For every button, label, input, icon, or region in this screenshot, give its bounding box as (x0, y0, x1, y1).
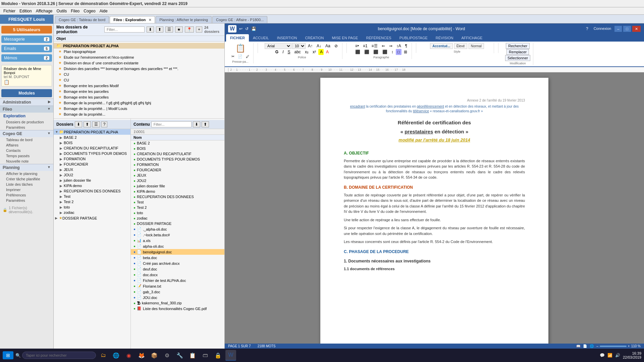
file-item-16[interactable]: ●📄._alpha-oli.doc (131, 226, 224, 232)
map-btn[interactable]: 📍 (185, 26, 194, 33)
tab-fileo-close[interactable]: ✕ (149, 18, 151, 22)
up-arrow-btn[interactable]: ⬆ (156, 26, 163, 33)
couper-btn[interactable]: ✂ (230, 54, 236, 59)
file-item-27[interactable]: ●📄gab_3.doc (131, 289, 224, 295)
prod-item-7[interactable]: ★Bornage entre les parcelles Modif (54, 83, 224, 88)
file-item-15[interactable]: ●DOSSIER PARTAGE (131, 221, 224, 226)
tree-item-10[interactable]: ▶KIPA demo (54, 183, 130, 188)
word-save-btn[interactable]: 💾 (251, 26, 256, 31)
prod-item-3[interactable]: ★Division en deux d' une construction ex… (54, 60, 224, 66)
tree-item-3[interactable]: ▶CREATION DU RECAPITULATIF (54, 145, 130, 151)
subscript-btn[interactable]: x₂ (303, 49, 310, 55)
taskbar-icon-4[interactable]: 📋 (187, 350, 198, 361)
word-maximize-btn[interactable]: □ (623, 26, 631, 32)
sidebar-item-imprimer[interactable]: Imprimer (0, 187, 53, 192)
style-eleve-btn[interactable]: Élevé (454, 43, 467, 49)
start-button[interactable]: ⊞ (3, 351, 13, 359)
tree-item-8[interactable]: ▶JOU2 (54, 172, 130, 178)
ribbon-tab-revision[interactable]: RÉVISION (432, 34, 458, 42)
line-spacing-btn[interactable]: ↕ (390, 49, 395, 55)
file-item-8[interactable]: ●julien dossier fille (131, 183, 224, 189)
style-accentue-btn[interactable]: Accentué... (430, 43, 452, 49)
ribbon-tab-mise-en-page[interactable]: MISE EN PAGE (328, 34, 362, 42)
prod-item-2[interactable]: ★Etude sur l'environnement et l'éco-syst… (54, 54, 224, 60)
sidebar-item-dossiers[interactable]: Dossiers de production (0, 119, 53, 125)
prod-item-9[interactable]: ★Bornage entre les parcelles (54, 94, 224, 100)
sidebar-item-affaires[interactable]: Affaires (0, 142, 53, 148)
tree-item-9[interactable]: ▶julien dossier file (54, 178, 130, 183)
selectionner-btn[interactable]: Sélectionner (505, 55, 530, 61)
sidebar-item-exploration[interactable]: Exploration (0, 113, 53, 119)
menu-fichier[interactable]: Fichier (1, 8, 17, 14)
ribbon-tab-insertion[interactable]: INSERTION (273, 34, 301, 42)
font-shrink-btn[interactable]: A↓ (315, 43, 323, 49)
file-item-21[interactable]: ●📄beta.doc (131, 255, 224, 260)
fileo-section-header[interactable]: Fileo ▼ (0, 106, 53, 113)
prod-item-10[interactable]: ★Bornage de la propriété... f gfj ghfj g… (54, 100, 224, 106)
prod-item-11[interactable]: ★Bornage de la propriété... | Modif Loui… (54, 106, 224, 111)
tree-item-1[interactable]: ▶BASE 2 (54, 135, 130, 140)
menu-outils[interactable]: Outils (55, 8, 69, 14)
administration-section[interactable]: Administration ▶ (0, 99, 53, 106)
zoom-slider[interactable] (600, 346, 627, 347)
file-item-13[interactable]: ●toto (131, 210, 224, 216)
tree-item-0[interactable]: ▼ 📁 PREPARATION PROJET ALPHA (54, 129, 130, 135)
remplacer-btn[interactable]: Remplacer (506, 49, 529, 55)
increase-indent-btn[interactable]: ⇒ (387, 43, 394, 49)
file-item-19[interactable]: ●📄alpha-oli.doc (131, 243, 224, 249)
sidebar-item-parametres-fileo[interactable]: Paramètres (0, 125, 53, 130)
align-left-btn[interactable]: ⬛ (354, 49, 362, 55)
messagerie-counter[interactable]: Messagerie 2 (1, 36, 52, 43)
aa-btn[interactable]: Aa (324, 43, 332, 49)
cogeo-section-header[interactable]: Cogeo GE ▼ (0, 130, 53, 137)
menu-aide[interactable]: Aide (98, 8, 110, 14)
utilisateurs-counter[interactable]: 5 Utilisateurs (1, 26, 52, 34)
tree-item-15[interactable]: ▶zodiac (54, 210, 130, 215)
sidebar-item-preferences[interactable]: Préférences (0, 192, 53, 198)
word-close-btn[interactable]: ✕ (632, 26, 641, 32)
word-minimize-btn[interactable]: – (614, 26, 622, 32)
taskbar-search-input[interactable] (22, 352, 96, 359)
down-arrow-btn[interactable]: ⬇ (147, 26, 154, 33)
menu-edition[interactable]: Edition (17, 8, 34, 14)
file-item-12[interactable]: ●Test 2 (131, 205, 224, 210)
zoom-out-btn[interactable]: – (596, 344, 598, 348)
paragraph-marks-btn[interactable]: ¶ (404, 43, 409, 49)
file-item-22[interactable]: ●📄Créé pas archivé.docx (131, 260, 224, 266)
file-item-4[interactable]: ●FORMATION (131, 162, 224, 167)
file-item-25[interactable]: ●📄Fichier de test ALPHA.doc (131, 278, 224, 283)
file-item-7[interactable]: ●JOU2 (131, 178, 224, 183)
tree-help-btn[interactable]: ? (101, 121, 108, 127)
tree-item-4[interactable]: ▶DOCUMENTS TYPES POUR DEMOS (54, 151, 130, 156)
clear-format-btn[interactable]: ⊘ (333, 43, 339, 49)
file-item-10[interactable]: ●RECUPERATION DES DONNEES (131, 194, 224, 199)
web-layout-btn[interactable]: 🌐 (590, 344, 594, 348)
sidebar-item-temps[interactable]: Temps passés (0, 153, 53, 159)
file-item-5[interactable]: ●FOURCADIER (131, 167, 224, 173)
sidebar-item-contacts[interactable]: Contacts (0, 148, 53, 153)
tab-fileo-exploration[interactable]: Fileo : Exploration ✕ (110, 16, 155, 23)
taskbar-icon-2[interactable]: ⚙ (162, 350, 172, 361)
emails-counter[interactable]: Emails 5 (1, 45, 52, 52)
align-right-btn[interactable]: ⬛ (372, 49, 380, 55)
tab-cogeo-bord[interactable]: Cogeo GE : Tableau de bord (55, 16, 109, 23)
word-connect-btn[interactable]: Connexion (592, 26, 613, 32)
tab-planning[interactable]: Planning : Afficher le planning (156, 16, 212, 23)
file-item-24[interactable]: ●📄doc.docx (131, 272, 224, 278)
tree-item-7[interactable]: ▶JEUX (54, 167, 130, 172)
tree-up-btn[interactable]: ⬆ (84, 121, 91, 127)
file-item-18[interactable]: ●📊a.xls (131, 238, 224, 243)
taskbar-icon-5[interactable]: 🗃 (200, 350, 211, 361)
word-undo-btn[interactable]: ↩ (239, 26, 243, 31)
strikethrough-btn[interactable]: abc (293, 49, 303, 55)
word-content-area[interactable]: Annexe 2 de l'arrêté du 19 février 2013 … (225, 72, 644, 344)
sidebar-item-parametres-planning[interactable]: Paramètres (0, 198, 53, 203)
justify-btn[interactable]: ⬛ (381, 49, 389, 55)
italic-btn[interactable]: I (281, 49, 285, 55)
font-selector[interactable]: Arial (265, 43, 291, 49)
sidebar-item-afficher-planning[interactable]: Afficher le planning (0, 171, 53, 176)
prod-item-8[interactable]: ★Bornage entre les parcelles (54, 88, 224, 94)
taskbar-icon-explorer[interactable]: 🗂 (98, 350, 109, 361)
memos-counter[interactable]: Mémos 2 (1, 54, 52, 62)
file-item-1[interactable]: ●BOIS (131, 146, 224, 151)
